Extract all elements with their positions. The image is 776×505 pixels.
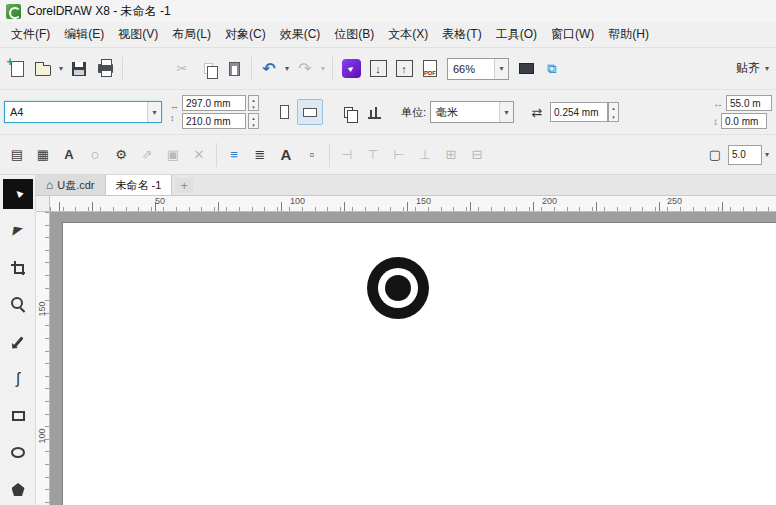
ruler-label: 150 xyxy=(416,196,431,206)
current-page-icon[interactable] xyxy=(361,99,387,125)
columns-icon[interactable]: ≣ xyxy=(247,142,273,168)
menu-file[interactable]: 文件(F) xyxy=(4,23,57,46)
paste-icon[interactable] xyxy=(221,56,247,82)
menu-layout[interactable]: 布局(L) xyxy=(165,23,218,46)
artistic-media-tool[interactable] xyxy=(0,360,36,397)
redo-dropdown-icon[interactable] xyxy=(318,64,328,73)
export-icon[interactable]: ↑ xyxy=(391,56,417,82)
page-width-icon: ↔ xyxy=(170,101,179,111)
outline-frame-icon[interactable]: ▢ xyxy=(702,142,728,168)
shape-tool[interactable] xyxy=(0,212,36,249)
open-icon[interactable] xyxy=(30,56,56,82)
page-height-field[interactable]: 210.0 mm xyxy=(182,113,246,129)
nudge-distance-field[interactable]: 0.254 mm xyxy=(550,102,608,122)
outline-width-field[interactable]: 5.0 xyxy=(728,145,762,165)
vertical-ruler[interactable]: 150 100 xyxy=(36,212,50,505)
page-width-stepper[interactable] xyxy=(248,95,259,111)
align-right-icon[interactable]: ⊢ xyxy=(386,142,412,168)
units-dropdown-icon[interactable] xyxy=(499,102,513,122)
fullscreen-preview-icon[interactable] xyxy=(513,56,539,82)
app-window: CorelDRAW X8 - 未命名 -1 文件(F) 编辑(E) 视图(V) … xyxy=(0,0,776,505)
redo-icon[interactable] xyxy=(292,56,318,82)
toolbox xyxy=(0,175,36,505)
duplicate-distance-y-icon: ↕ xyxy=(713,116,718,127)
zoom-level-combo[interactable]: 66% xyxy=(447,58,509,80)
nudge-stepper[interactable] xyxy=(608,102,619,122)
tab-document-1[interactable]: U盘.cdr xyxy=(36,175,106,195)
grid-icon[interactable]: ▦ xyxy=(30,142,56,168)
horizontal-ruler[interactable]: 50 100 150 200 250 xyxy=(50,196,776,212)
launcher-icon[interactable] xyxy=(337,55,365,83)
graph-paper-icon[interactable]: ▤ xyxy=(4,142,30,168)
show-rulers-icon[interactable] xyxy=(539,56,565,82)
menu-bitmaps[interactable]: 位图(B) xyxy=(327,23,381,46)
text-options-icon[interactable]: A xyxy=(56,142,82,168)
open-dropdown-icon[interactable] xyxy=(56,64,66,73)
separator xyxy=(251,57,252,81)
rectangle-tool[interactable] xyxy=(0,397,36,434)
align-bottom-icon[interactable]: ⊥ xyxy=(412,142,438,168)
pick-tool[interactable] xyxy=(0,175,36,212)
zoom-level-value: 66% xyxy=(453,63,490,75)
property-bar: A4 ↔ ↕ 297.0 mm 210.0 mm 单位: 毫米 ⇄ 0.254 … xyxy=(0,90,776,135)
font-icon[interactable]: A xyxy=(273,142,299,168)
menu-bar: 文件(F) 编辑(E) 视图(V) 布局(L) 对象(C) 效果(C) 位图(B… xyxy=(0,22,776,48)
duplicate-y-field[interactable]: 0.0 mm xyxy=(721,113,767,129)
menu-edit[interactable]: 编辑(E) xyxy=(57,23,111,46)
align-top-icon[interactable]: ⊤ xyxy=(360,142,386,168)
distribute-h-icon[interactable]: ⊞ xyxy=(438,142,464,168)
zoom-dropdown-icon[interactable] xyxy=(494,59,508,79)
ellipse-tool[interactable] xyxy=(0,434,36,471)
page-width-field[interactable]: 297.0 mm xyxy=(182,95,246,111)
landscape-button[interactable] xyxy=(297,99,323,125)
ruler-origin-button[interactable] xyxy=(36,196,50,212)
dotted-frame-icon[interactable]: ◌ xyxy=(82,142,108,168)
duplicate-distance-x-icon: ↔ xyxy=(713,98,723,109)
duplicate-x-field[interactable]: 55.0 m xyxy=(726,95,772,111)
menu-object[interactable]: 对象(C) xyxy=(218,23,273,46)
drawing-canvas[interactable] xyxy=(50,212,776,505)
import-icon[interactable]: ↓ xyxy=(365,56,391,82)
tab-document-2[interactable]: 未命名 -1 xyxy=(106,175,173,195)
copy-icon[interactable] xyxy=(195,56,221,82)
export-html-icon[interactable]: ⇗ xyxy=(134,142,160,168)
align-left-icon[interactable]: ⊣ xyxy=(334,142,360,168)
snap-dropdown[interactable]: 贴齐 xyxy=(736,60,772,77)
frame-icon[interactable]: ▫ xyxy=(299,142,325,168)
undo-icon[interactable] xyxy=(256,56,282,82)
custom-toolbar: ▤ ▦ A ◌ ⚙ ⇗ ▣ ✕ ≡ ≣ A ▫ ⊣ ⊤ ⊢ ⊥ ⊞ ⊟ ▢ 5.… xyxy=(0,135,776,175)
drawing-object-donut[interactable] xyxy=(367,257,429,319)
menu-effects[interactable]: 效果(C) xyxy=(273,23,328,46)
cut-icon[interactable] xyxy=(169,56,195,82)
menu-view[interactable]: 视图(V) xyxy=(111,23,165,46)
distribute-v-icon[interactable]: ⊟ xyxy=(464,142,490,168)
menu-table[interactable]: 表格(T) xyxy=(435,23,488,46)
undo-dropdown-icon[interactable] xyxy=(282,64,292,73)
units-combo[interactable]: 毫米 xyxy=(430,101,514,123)
bullet-list-icon[interactable]: ≡ xyxy=(221,142,247,168)
duplicate-distance-group: ↔ 55.0 m ↕ 0.0 mm xyxy=(713,95,772,129)
menu-text[interactable]: 文本(X) xyxy=(381,23,435,46)
page-size-preset-combo[interactable]: A4 xyxy=(4,101,162,123)
menu-tools[interactable]: 工具(O) xyxy=(489,23,544,46)
menu-window[interactable]: 窗口(W) xyxy=(544,23,601,46)
zoom-tool[interactable] xyxy=(0,286,36,323)
portrait-button[interactable] xyxy=(271,99,297,125)
freehand-tool[interactable] xyxy=(0,323,36,360)
outline-width-dropdown-icon[interactable] xyxy=(762,150,772,159)
new-tab-button[interactable]: + xyxy=(175,178,193,193)
settings-gear-icon[interactable]: ⚙ xyxy=(108,142,134,168)
publish-pdf-icon[interactable]: PDF xyxy=(417,56,443,82)
all-pages-icon[interactable] xyxy=(335,99,361,125)
validate-icon[interactable]: ▣ xyxy=(160,142,186,168)
crop-tool[interactable] xyxy=(0,249,36,286)
new-document-icon[interactable] xyxy=(4,56,30,82)
print-icon[interactable] xyxy=(92,56,118,82)
polygon-tool[interactable] xyxy=(0,471,36,505)
preset-dropdown-icon[interactable] xyxy=(147,102,161,122)
menu-help[interactable]: 帮助(H) xyxy=(601,23,656,46)
page-height-stepper[interactable] xyxy=(248,113,259,129)
close-x-icon[interactable]: ✕ xyxy=(186,142,212,168)
app-icon[interactable] xyxy=(6,4,21,19)
save-icon[interactable] xyxy=(66,56,92,82)
